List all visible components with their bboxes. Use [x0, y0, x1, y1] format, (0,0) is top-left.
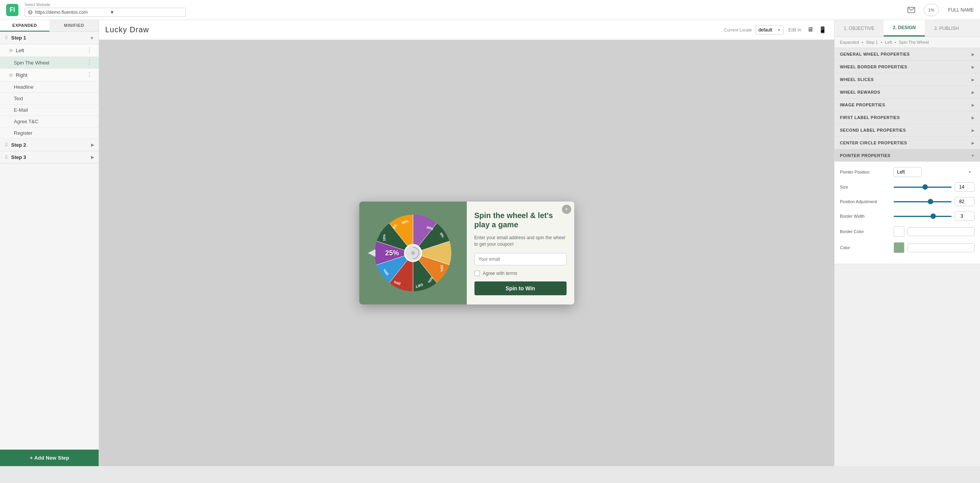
drag-handle3-icon: ⠿ [5, 155, 8, 160]
locale-label: Current Locale [724, 28, 752, 32]
popup-right-panel: Spin the wheel & let's play a game Enter… [467, 202, 574, 304]
register-label: Register [14, 130, 93, 136]
first-label-title: FIRST LABEL PROPERTIES [840, 115, 972, 120]
sidebar-content-wrapper: ⠿ Step 1 ▼ ⊞ Left ⋮ Spin The Wheel ⋮ ⊞ [0, 32, 99, 466]
image-props-chevron-icon: ▶ [972, 103, 975, 107]
breadcrumb-part2: Step 1 [866, 40, 878, 45]
props-section-header-second-label[interactable]: SECOND LABEL PROPERTIES ▶ [835, 124, 980, 136]
progress-badge: 1% [924, 4, 939, 16]
sidebar-item-headline[interactable]: Headline [0, 81, 99, 93]
step1-label: Step 1 [11, 35, 87, 41]
wheel-border-title: WHEEL BORDER PROPERTIES [840, 65, 972, 69]
color-input[interactable]: #88ab88ff [907, 243, 975, 252]
mobile-icon[interactable]: 📱 [817, 25, 828, 35]
props-section-header-first-label[interactable]: FIRST LABEL PROPERTIES ▶ [835, 111, 980, 124]
right-panel-nav-tabs: 1. OBJECTIVE 2. DESIGN 3. PUBLISH [835, 20, 980, 37]
second-label-chevron-icon: ▶ [972, 128, 975, 132]
desktop-icon[interactable]: 🖥 [806, 25, 815, 35]
agree-checkbox-label: Agree with terms [483, 271, 517, 276]
border-color-swatch[interactable] [894, 226, 904, 237]
general-wheel-chevron-icon: ▶ [972, 52, 975, 56]
url-label: Select Website [25, 3, 186, 7]
page-title: Lucky Draw [105, 25, 719, 34]
agree-checkbox[interactable] [474, 271, 480, 276]
tab-expanded[interactable]: EXPANDED [0, 20, 50, 31]
right-options-icon[interactable]: ⋮ [86, 72, 93, 78]
sidebar-item-agree-tc[interactable]: Agree T&C [0, 116, 99, 127]
sidebar-item-left[interactable]: ⊞ Left ⋮ [0, 44, 99, 57]
image-props-title: IMAGE PROPERTIES [840, 103, 972, 107]
tab-minified[interactable]: MINIFIED [50, 20, 99, 31]
user-fullname: FULL NAME [948, 7, 974, 13]
website-selector[interactable]: Select Website https://demo.fluentos.com… [25, 3, 186, 17]
email-label: E-Mail [14, 107, 93, 113]
position-adjustment-label: Position Adjustment [840, 199, 890, 204]
wheel-slices-title: WHEEL SLICES [840, 77, 972, 82]
tab-objective[interactable]: 1. OBJECTIVE [835, 20, 884, 36]
sep2: • [881, 40, 882, 45]
size-label: Size [840, 185, 890, 189]
props-section-header-wheel-slices[interactable]: WHEEL SLICES ▶ [835, 73, 980, 86]
pointer-position-select[interactable]: Left Right Top Bottom [894, 167, 922, 177]
border-color-input[interactable]: #ffffffff [907, 227, 975, 236]
pointer-shape [368, 249, 375, 257]
pointer-props-body: Pointer Position Left Right Top Bottom [835, 162, 980, 264]
size-number[interactable]: 14 [955, 182, 975, 192]
left-sidebar: EXPANDED MINIFIED ⠿ Step 1 ▼ ⊞ Left ⋮ [0, 20, 99, 466]
device-icons: 🖥 📱 [806, 25, 828, 35]
sidebar-item-text[interactable]: Text [0, 93, 99, 104]
props-section-header-wheel-border[interactable]: WHEEL BORDER PROPERTIES ▶ [835, 61, 980, 73]
props-section-header-image-props[interactable]: IMAGE PROPERTIES ▶ [835, 99, 980, 111]
spin-dots-icon[interactable]: ⋮ [86, 60, 93, 66]
sidebar-content: ⠿ Step 1 ▼ ⊞ Left ⋮ Spin The Wheel ⋮ ⊞ [0, 32, 99, 190]
border-width-number[interactable]: 3 [955, 212, 975, 221]
border-width-row: Border Width 3 [840, 212, 975, 221]
sidebar-item-step3[interactable]: ⠿ Step 3 ▶ [0, 151, 99, 164]
sidebar-item-right[interactable]: ⊞ Right ⋮ [0, 69, 99, 81]
sidebar-item-register[interactable]: Register [0, 127, 99, 139]
color-swatch[interactable] [894, 242, 904, 253]
border-width-slider[interactable] [894, 216, 952, 217]
mail-icon[interactable] [905, 4, 917, 16]
props-sections-container: GENERAL WHEEL PROPERTIES ▶ WHEEL BORDER … [835, 48, 980, 466]
tab-publish[interactable]: 3. PUBLISH [925, 20, 968, 36]
close-popup-icon[interactable]: × [562, 205, 571, 214]
border-color-control: #ffffffff [894, 226, 975, 237]
position-adjustment-number[interactable]: 82 [955, 197, 975, 206]
left-options-icon[interactable]: ⋮ [86, 47, 93, 53]
props-section-image-props: IMAGE PROPERTIES ▶ [835, 99, 980, 111]
props-section-header-wheel-rewards[interactable]: WHEEL REWARDS ▶ [835, 86, 980, 98]
props-section-header-pointer[interactable]: POINTER PROPERTIES ▼ [835, 149, 980, 162]
left-section-icon: ⊞ [9, 48, 13, 53]
position-adjustment-slider[interactable] [894, 201, 952, 202]
sidebar-item-email[interactable]: E-Mail [0, 104, 99, 116]
tab-design[interactable]: 2. DESIGN [884, 20, 925, 36]
props-section-header-center-circle[interactable]: CENTER CIRCLE PROPERTIES ▶ [835, 137, 980, 149]
right-section-icon: ⊞ [9, 73, 13, 78]
popup-preview: 30% 5% 25% 50% GIFT 25% 50% 15% 5% 30% [359, 202, 574, 304]
breadcrumb-part4: Spin The Wheel [899, 40, 929, 45]
sidebar-item-step2[interactable]: ⠿ Step 2 ▶ [0, 139, 99, 151]
sidebar-item-step1[interactable]: ⠿ Step 1 ▼ [0, 32, 99, 44]
canvas-area: Lucky Draw Current Locale default ▼ Edit… [99, 20, 834, 466]
size-row: Size 14 [840, 182, 975, 192]
email-input[interactable] [474, 253, 567, 265]
right-label: Right [16, 72, 83, 78]
locale-select[interactable]: default [755, 25, 784, 35]
size-slider[interactable] [894, 187, 952, 188]
sidebar-item-spin-the-wheel[interactable]: Spin The Wheel ⋮ [0, 57, 99, 69]
text-label: Text [14, 96, 93, 101]
popup-subtext: Enter your email address and spin the wh… [474, 235, 567, 248]
props-section-wheel-rewards: WHEEL REWARDS ▶ [835, 86, 980, 99]
pointer-position-select-wrapper: Left Right Top Bottom [894, 167, 975, 177]
add-new-step-button[interactable]: + Add New Step [0, 450, 99, 466]
url-input-display[interactable]: https://demo.fluentos.com ▼ [25, 8, 186, 17]
globe-icon [28, 10, 33, 15]
breadcrumb-part3: Left [885, 40, 892, 45]
step1-chevron-icon: ▼ [90, 36, 94, 40]
spin-to-win-button[interactable]: Spin to Win [474, 281, 567, 295]
props-section-header-general-wheel[interactable]: GENERAL WHEEL PROPERTIES ▶ [835, 48, 980, 60]
spin-the-wheel-label: Spin The Wheel [14, 60, 86, 66]
general-wheel-title: GENERAL WHEEL PROPERTIES [840, 52, 972, 56]
popup-headline: Spin the wheel & let's play a game [474, 211, 567, 229]
